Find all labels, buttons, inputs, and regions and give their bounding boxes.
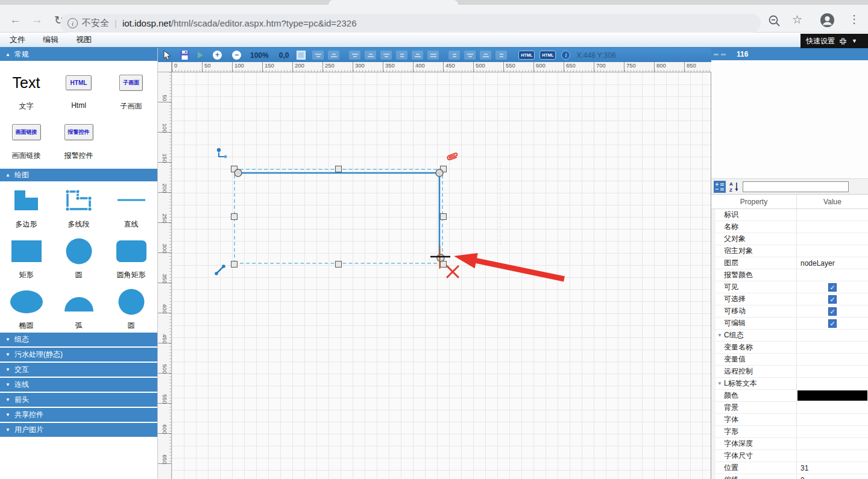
- property-value[interactable]: 0: [796, 474, 868, 479]
- property-value[interactable]: [796, 269, 868, 281]
- sidebar-section-header[interactable]: ▼ 用户图片: [0, 423, 157, 437]
- group-triangle-icon[interactable]: ▼: [715, 381, 724, 386]
- property-row[interactable]: 报警颜色: [711, 269, 868, 281]
- property-value[interactable]: ✓: [796, 293, 868, 305]
- palette-item-arc[interactable]: 弧: [52, 287, 105, 331]
- property-value[interactable]: [796, 426, 868, 437]
- zoom-out-page-icon[interactable]: [768, 14, 781, 30]
- sidebar-section-header[interactable]: ▼ 箭头: [0, 393, 157, 407]
- palette-item-html[interactable]: HTML Html: [52, 68, 105, 111]
- property-value[interactable]: ✓: [796, 318, 868, 329]
- property-value[interactable]: #000000: [796, 390, 868, 401]
- avatar-icon[interactable]: [820, 13, 835, 30]
- property-row[interactable]: 字体: [711, 414, 868, 426]
- quick-settings[interactable]: 快速设置 ▼: [800, 34, 868, 48]
- property-row[interactable]: 可编辑 ✓: [711, 318, 868, 330]
- property-row[interactable]: 宿主对象: [711, 245, 868, 257]
- browser-menu-dots-icon[interactable]: ⋮: [849, 13, 860, 26]
- property-row[interactable]: ▼ C组态: [711, 330, 868, 342]
- property-row[interactable]: 可移动 ✓: [711, 305, 868, 318]
- property-value[interactable]: [796, 233, 868, 245]
- property-value[interactable]: nodeLayer: [796, 257, 868, 269]
- vertex-handle[interactable]: [436, 169, 443, 177]
- property-value[interactable]: [796, 414, 868, 425]
- chevron-down-icon[interactable]: ▼: [852, 38, 857, 44]
- right-panel-header[interactable]: 116: [711, 48, 868, 60]
- property-value[interactable]: [796, 378, 868, 389]
- bookmark-star-icon[interactable]: ☆: [792, 13, 802, 27]
- palette-item-circle[interactable]: 圆: [52, 237, 105, 280]
- sidebar-section-header[interactable]: ▼ 污水处理(静态): [0, 348, 157, 362]
- collapse-icon[interactable]: [839, 37, 847, 45]
- palette-item-rect[interactable]: 矩形: [0, 237, 52, 280]
- zoom-out-icon[interactable]: −: [232, 51, 241, 60]
- sidebar-section-general[interactable]: ▲ 常规: [0, 48, 157, 61]
- property-value[interactable]: [796, 221, 868, 233]
- menu-file[interactable]: 文件: [2, 34, 33, 45]
- run-icon[interactable]: [197, 50, 204, 60]
- design-canvas[interactable]: [172, 72, 711, 479]
- column-value[interactable]: Value: [796, 195, 868, 208]
- info-icon[interactable]: i: [561, 51, 570, 60]
- property-row[interactable]: 变量名称: [711, 342, 868, 354]
- vertex-handle[interactable]: [437, 254, 444, 261]
- active-tab[interactable]: [329, 0, 458, 5]
- group-triangle-icon[interactable]: ▼: [715, 333, 724, 338]
- palette-item-ellipse[interactable]: 椭圆: [0, 287, 52, 331]
- page-info-icon[interactable]: i: [68, 18, 78, 28]
- save-icon[interactable]: [180, 50, 189, 60]
- sidebar-section-header[interactable]: ▼ 交互: [0, 363, 157, 377]
- canvas-settings-icon[interactable]: [297, 50, 306, 60]
- sidebar-section-header[interactable]: ▼ 组态: [0, 333, 157, 346]
- property-row[interactable]: 父对象: [711, 233, 868, 245]
- palette-item-circle2[interactable]: 圆: [105, 287, 157, 331]
- checkbox-checked-icon[interactable]: ✓: [828, 307, 837, 316]
- property-row[interactable]: 远程控制: [711, 366, 868, 378]
- property-row[interactable]: 背景: [711, 402, 868, 414]
- property-row[interactable]: 标识: [711, 209, 868, 221]
- property-value[interactable]: [796, 330, 868, 341]
- property-value[interactable]: [796, 366, 868, 377]
- property-filter-input[interactable]: [743, 181, 849, 192]
- object-tree-area[interactable]: [711, 60, 868, 179]
- palette-item-polyline[interactable]: 多线段: [52, 186, 105, 230]
- vertex-handle[interactable]: [234, 169, 242, 177]
- property-value[interactable]: [796, 342, 868, 353]
- property-value[interactable]: [796, 209, 868, 221]
- palette-item-line[interactable]: 直线: [105, 186, 157, 230]
- property-row[interactable]: 可见 ✓: [711, 281, 868, 293]
- sidebar-section-header[interactable]: ▼ 连线: [0, 378, 157, 392]
- checkbox-checked-icon[interactable]: ✓: [828, 283, 837, 292]
- property-row[interactable]: 变量值: [711, 354, 868, 366]
- column-property[interactable]: Property: [711, 198, 796, 206]
- html-import-icon[interactable]: HTML: [539, 51, 556, 60]
- property-row[interactable]: 图层 nodeLayer: [711, 257, 868, 269]
- property-value[interactable]: [796, 245, 868, 257]
- property-row[interactable]: 位置 31: [711, 462, 868, 474]
- select-cursor-icon[interactable]: [163, 50, 171, 60]
- html-export-icon[interactable]: HTML: [518, 51, 535, 60]
- color-swatch[interactable]: [797, 390, 867, 401]
- menu-view[interactable]: 视图: [68, 34, 99, 45]
- back-icon[interactable]: ←: [10, 13, 21, 27]
- palette-item-text[interactable]: Text 文字: [0, 68, 52, 111]
- checkbox-checked-icon[interactable]: ✓: [828, 319, 837, 328]
- property-row[interactable]: 可选择 ✓: [711, 293, 868, 305]
- property-value[interactable]: [796, 402, 868, 413]
- palette-item-alarm[interactable]: 报警控件 报警控件: [52, 117, 105, 161]
- property-row[interactable]: 名称: [711, 221, 868, 233]
- property-row[interactable]: 字体尺寸: [711, 450, 868, 462]
- property-value[interactable]: ✓: [796, 281, 868, 293]
- menu-edit[interactable]: 编辑: [35, 34, 66, 45]
- property-value[interactable]: [796, 438, 868, 449]
- palette-item-screen-link[interactable]: 画面链接 画面链接: [0, 117, 52, 161]
- sidebar-section-header[interactable]: ▼ 共享控件: [0, 408, 157, 422]
- property-row[interactable]: 颜色 #000000: [711, 390, 868, 402]
- property-value[interactable]: [796, 450, 868, 462]
- address-bar[interactable]: i 不安全 | iot.idosp.net/html/scada/editor.…: [60, 14, 761, 33]
- forward-icon[interactable]: →: [31, 13, 43, 27]
- property-row[interactable]: 字形: [711, 426, 868, 438]
- property-row[interactable]: ▼ L标签文本: [711, 378, 868, 390]
- categorize-icon[interactable]: [714, 181, 726, 193]
- property-row[interactable]: 字体深度: [711, 438, 868, 450]
